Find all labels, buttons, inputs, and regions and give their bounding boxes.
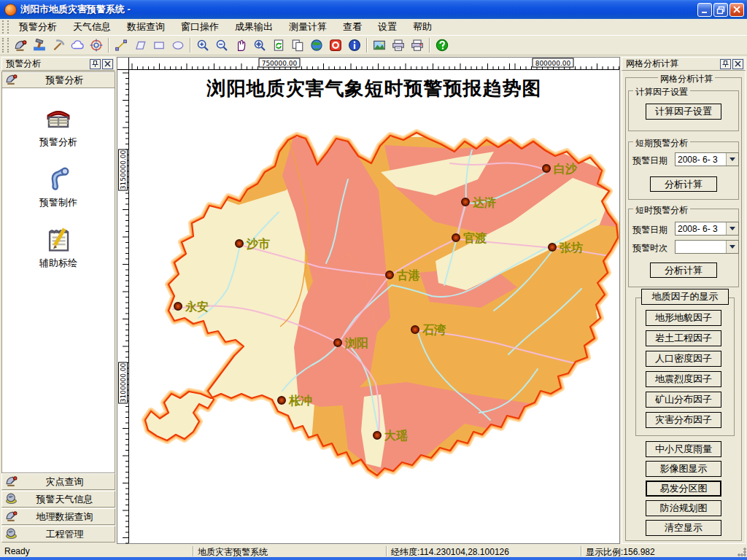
target-icon[interactable]	[88, 37, 105, 54]
short-term-date-value: 2008- 6- 3	[676, 153, 726, 166]
display-button-2[interactable]: 影像图显示	[646, 461, 721, 477]
menu-item-1[interactable]: 预警分析	[11, 18, 65, 36]
window-title: 浏阳市地质灾害预警系统 -	[20, 3, 697, 16]
chevron-down-icon[interactable]	[726, 222, 738, 235]
pan-icon[interactable]	[232, 37, 249, 54]
wrench-icon	[44, 165, 72, 192]
sidebar-item-label: 预警分析	[2, 136, 115, 149]
left-section-header[interactable]: 预警分析	[2, 72, 115, 88]
sidebar-item-label: 辅助标绘	[2, 257, 115, 270]
zoom-out-icon[interactable]	[213, 37, 231, 54]
pin-icon[interactable]	[90, 59, 101, 69]
resize-grip-icon[interactable]	[738, 548, 746, 556]
place-label: 张坊	[559, 241, 583, 254]
display-button-3[interactable]: 易发分区图	[646, 481, 721, 497]
menu-item-4[interactable]: 窗口操作	[173, 18, 227, 36]
satellite-dish-icon	[5, 475, 18, 489]
short-term-date-combo[interactable]: 2008- 6- 3	[675, 152, 739, 166]
close-icon[interactable]	[102, 59, 113, 69]
rectangle-icon[interactable]	[150, 37, 168, 54]
ellipse-icon[interactable]	[169, 37, 187, 54]
sidebar-bar-1[interactable]: 灾点查询	[1, 473, 115, 490]
toolbar-separator	[190, 38, 191, 52]
sidebar-bar-4[interactable]: 工程管理	[1, 526, 115, 542]
sidebar-item-1[interactable]: 预警分析	[2, 104, 115, 149]
menu-grip[interactable]	[2, 20, 9, 34]
title-bar: 浏阳市地质灾害预警系统 -	[0, 0, 747, 19]
factor-button-3[interactable]: 人口密度因子	[646, 351, 721, 367]
zoom-in-icon[interactable]	[194, 37, 212, 54]
sidebar-item-label: 预警制作	[2, 196, 115, 209]
menu-item-7[interactable]: 查看	[335, 18, 370, 36]
right-panel: 网格分析计算 网格分析计算 计算因子设置 计算因子设置 短期预警分析 预警日期 …	[622, 57, 746, 544]
globe-stack-icon	[5, 527, 18, 542]
place-label: 永安	[185, 300, 209, 313]
refresh-icon[interactable]	[270, 37, 287, 54]
nowcast-date-combo[interactable]: 2008- 6- 3	[675, 222, 739, 236]
factor-button-6[interactable]: 灾害分布因子	[646, 412, 721, 428]
menu-item-3[interactable]: 数据查询	[119, 18, 173, 36]
globe-icon[interactable]	[308, 37, 325, 54]
close-icon[interactable]	[732, 59, 743, 69]
nowcast-time-label: 预警时次	[632, 242, 667, 254]
display-button-5[interactable]: 清空显示	[646, 520, 721, 536]
image-icon[interactable]	[371, 37, 388, 54]
status-item-1: Ready	[4, 546, 30, 556]
display-button-1[interactable]: 中小尺度雨量	[646, 441, 721, 457]
toolbar-grip[interactable]	[2, 38, 9, 53]
zoom-extent-icon[interactable]	[251, 37, 268, 54]
nowcast-legend: 短时预警分析	[633, 204, 690, 217]
factor-setting-button[interactable]: 计算因子设置	[646, 104, 721, 120]
chevron-down-icon[interactable]	[726, 241, 738, 253]
line-icon[interactable]	[112, 37, 130, 54]
window-bottom-border	[0, 557, 747, 560]
polygon-icon[interactable]	[131, 37, 149, 54]
left-section-title: 预警分析	[18, 74, 112, 87]
nowcast-analyze-button[interactable]: 分析计算	[650, 262, 717, 278]
grid-analysis-group-label: 网格分析计算	[658, 73, 715, 85]
maximize-button[interactable]	[713, 3, 728, 17]
factor-button-4[interactable]: 地震烈度因子	[646, 371, 721, 387]
info-icon[interactable]	[346, 37, 363, 54]
chevron-down-icon[interactable]	[726, 153, 738, 166]
nowcast-time-combo[interactable]	[675, 240, 739, 254]
sidebar-item-3[interactable]: 辅助标绘	[2, 225, 115, 270]
app-window: { "window": { "title": "浏阳市地质灾害预警系统 -", …	[0, 0, 747, 560]
content-frame: 预警分析 预警分析 预警分析 预警制作 辅助标绘 灾点查询 预警天气信息	[0, 55, 747, 545]
map-viewport[interactable]: 沙市永安白沙达浒官渡张坊古港石湾浏阳枨冲大瑶 浏阳地质灾害气象短时预警预报趋势图	[129, 70, 619, 543]
display-button-4[interactable]: 防治规划图	[646, 500, 721, 516]
menu-item-5[interactable]: 成果输出	[227, 18, 281, 36]
print-icon[interactable]	[390, 37, 407, 54]
menu-item-2[interactable]: 天气信息	[65, 18, 119, 36]
nowcast-date-label: 预警日期	[632, 224, 667, 236]
factor-button-1[interactable]: 地形地貌因子	[646, 310, 721, 326]
short-term-analyze-button[interactable]: 分析计算	[650, 176, 717, 192]
menu-item-8[interactable]: 设置	[370, 18, 405, 36]
pick-icon[interactable]	[50, 37, 67, 54]
nowcast-date-value: 2008- 6- 3	[676, 222, 726, 235]
sidebar-bar-3[interactable]: 地理数据查询	[1, 508, 115, 525]
status-separator	[386, 546, 387, 556]
factor-display-header-button[interactable]: 地质因子的显示	[641, 289, 729, 305]
copy-icon[interactable]	[289, 37, 306, 54]
sidebar-item-2[interactable]: 预警制作	[2, 165, 115, 209]
close-button[interactable]	[729, 3, 744, 17]
map-canvas[interactable]: 沙市永安白沙达浒官渡张坊古港石湾浏阳枨冲大瑶	[129, 70, 619, 543]
menu-item-9[interactable]: 帮助	[405, 18, 440, 36]
hammer-icon[interactable]	[31, 37, 48, 54]
place-label: 枨冲	[288, 394, 312, 407]
factor-button-2[interactable]: 岩土工程因子	[646, 330, 721, 346]
place-label: 大瑶	[384, 429, 408, 442]
menu-item-6[interactable]: 测量计算	[281, 18, 335, 36]
help-icon[interactable]	[433, 37, 451, 54]
factor-button-5[interactable]: 矿山分布因子	[646, 392, 721, 408]
pin-icon[interactable]	[720, 59, 731, 69]
minimize-button[interactable]	[697, 3, 712, 17]
satellite-dish-icon[interactable]	[12, 37, 29, 54]
cloud-icon[interactable]	[69, 37, 86, 54]
sidebar-bar-label: 灾点查询	[18, 475, 112, 489]
print-preview-icon[interactable]	[409, 37, 426, 54]
toolbar-separator	[429, 38, 430, 52]
stop-icon[interactable]	[327, 37, 344, 54]
sidebar-bar-2[interactable]: 预警天气信息	[1, 491, 115, 508]
